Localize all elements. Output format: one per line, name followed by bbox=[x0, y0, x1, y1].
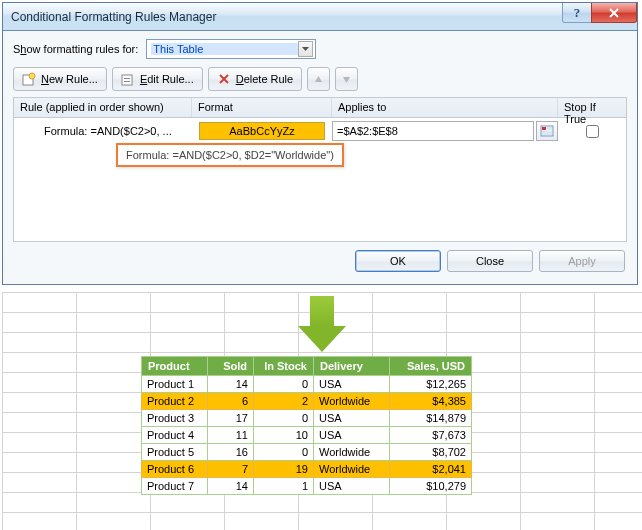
svg-rect-2 bbox=[122, 75, 132, 85]
cell-delivery: USA bbox=[314, 427, 390, 444]
result-table: Product Sold In Stock Delivery Sales, US… bbox=[141, 356, 472, 495]
col-format: Format bbox=[192, 98, 332, 117]
delete-rule-icon bbox=[217, 72, 231, 86]
cell-instock: 0 bbox=[254, 376, 314, 393]
svg-rect-7 bbox=[547, 127, 552, 130]
rules-list: Rule (applied in order shown) Format App… bbox=[13, 97, 627, 242]
applies-to-input[interactable] bbox=[332, 121, 534, 141]
cell-instock: 0 bbox=[254, 444, 314, 461]
cell-sold: 17 bbox=[208, 410, 254, 427]
cell-sales: $4,385 bbox=[390, 393, 472, 410]
table-row[interactable]: Product 6719Worldwide$2,041 bbox=[142, 461, 472, 478]
stop-if-true-checkbox[interactable] bbox=[586, 125, 599, 138]
cell-sales: $14,879 bbox=[390, 410, 472, 427]
cell-instock: 2 bbox=[254, 393, 314, 410]
rule-row[interactable]: Formula: =AND($C2>0, ... AaBbCcYyZz bbox=[14, 118, 626, 144]
th-product: Product bbox=[142, 357, 208, 376]
rule-formula-label: Formula: =AND($C2>0, ... bbox=[14, 125, 192, 137]
close-button[interactable]: Close bbox=[447, 250, 533, 272]
cell-sold: 16 bbox=[208, 444, 254, 461]
table-row[interactable]: Product 41110USA$7,673 bbox=[142, 427, 472, 444]
dialog-title: Conditional Formatting Rules Manager bbox=[11, 10, 216, 24]
cell-delivery: Worldwide bbox=[314, 393, 390, 410]
cell-sales: $12,265 bbox=[390, 376, 472, 393]
table-row[interactable]: Product 3170USA$14,879 bbox=[142, 410, 472, 427]
th-delivery: Delivery bbox=[314, 357, 390, 376]
chevron-down-icon[interactable] bbox=[298, 41, 313, 57]
cell-delivery: USA bbox=[314, 376, 390, 393]
cell-delivery: Worldwide bbox=[314, 444, 390, 461]
col-stop: Stop If True bbox=[558, 98, 626, 117]
cell-sales: $7,673 bbox=[390, 427, 472, 444]
cell-product: Product 1 bbox=[142, 376, 208, 393]
cell-sales: $2,041 bbox=[390, 461, 472, 478]
cell-delivery: USA bbox=[314, 478, 390, 495]
show-rules-for-label: Show formatting rules for: bbox=[13, 43, 138, 55]
th-sales: Sales, USD bbox=[390, 357, 472, 376]
combo-value: This Table bbox=[151, 43, 298, 55]
move-down-button[interactable] bbox=[335, 67, 358, 91]
cell-product: Product 6 bbox=[142, 461, 208, 478]
show-rules-for-combo[interactable]: This Table bbox=[146, 39, 316, 59]
edit-rule-button[interactable]: Edit Rule... bbox=[112, 67, 203, 91]
table-row[interactable]: Product 7141USA$10,279 bbox=[142, 478, 472, 495]
new-rule-label: New Rule... bbox=[41, 73, 98, 85]
format-preview: AaBbCcYyZz bbox=[199, 122, 325, 140]
cell-instock: 1 bbox=[254, 478, 314, 495]
table-row[interactable]: Product 262Worldwide$4,385 bbox=[142, 393, 472, 410]
cell-sold: 6 bbox=[208, 393, 254, 410]
cell-delivery: USA bbox=[314, 410, 390, 427]
cell-instock: 0 bbox=[254, 410, 314, 427]
result-arrow-icon bbox=[298, 296, 346, 354]
cell-product: Product 2 bbox=[142, 393, 208, 410]
delete-rule-label: Delete Rule bbox=[236, 73, 294, 85]
col-rule: Rule (applied in order shown) bbox=[14, 98, 192, 117]
table-row[interactable]: Product 5160Worldwide$8,702 bbox=[142, 444, 472, 461]
delete-rule-button[interactable]: Delete Rule bbox=[208, 67, 303, 91]
svg-rect-4 bbox=[124, 81, 130, 82]
close-window-button[interactable] bbox=[591, 3, 637, 23]
th-sold: Sold bbox=[208, 357, 254, 376]
cell-instock: 19 bbox=[254, 461, 314, 478]
edit-rule-label: Edit Rule... bbox=[140, 73, 194, 85]
table-row[interactable]: Product 1140USA$12,265 bbox=[142, 376, 472, 393]
cell-product: Product 5 bbox=[142, 444, 208, 461]
cell-sold: 14 bbox=[208, 376, 254, 393]
conditional-formatting-dialog: Conditional Formatting Rules Manager ? S… bbox=[2, 2, 638, 285]
new-rule-button[interactable]: New Rule... bbox=[13, 67, 107, 91]
help-button[interactable]: ? bbox=[562, 3, 592, 23]
move-up-button[interactable] bbox=[307, 67, 330, 91]
svg-rect-8 bbox=[542, 131, 552, 135]
cell-product: Product 4 bbox=[142, 427, 208, 444]
svg-point-1 bbox=[29, 73, 35, 79]
svg-rect-6 bbox=[542, 127, 546, 130]
cell-sales: $10,279 bbox=[390, 478, 472, 495]
titlebar[interactable]: Conditional Formatting Rules Manager ? bbox=[3, 3, 637, 31]
cell-sold: 7 bbox=[208, 461, 254, 478]
cell-sold: 14 bbox=[208, 478, 254, 495]
cell-instock: 10 bbox=[254, 427, 314, 444]
svg-rect-3 bbox=[124, 78, 130, 79]
apply-button[interactable]: Apply bbox=[539, 250, 625, 272]
cell-delivery: Worldwide bbox=[314, 461, 390, 478]
formula-tooltip: Formula: =AND($C2>0, $D2="Worldwide") bbox=[116, 143, 344, 167]
new-rule-icon bbox=[22, 72, 36, 86]
cell-sales: $8,702 bbox=[390, 444, 472, 461]
cell-product: Product 7 bbox=[142, 478, 208, 495]
ok-button[interactable]: OK bbox=[355, 250, 441, 272]
edit-rule-icon bbox=[121, 72, 135, 86]
th-instock: In Stock bbox=[254, 357, 314, 376]
col-applies: Applies to bbox=[332, 98, 558, 117]
cell-product: Product 3 bbox=[142, 410, 208, 427]
range-selector-button[interactable] bbox=[536, 121, 558, 141]
cell-sold: 11 bbox=[208, 427, 254, 444]
